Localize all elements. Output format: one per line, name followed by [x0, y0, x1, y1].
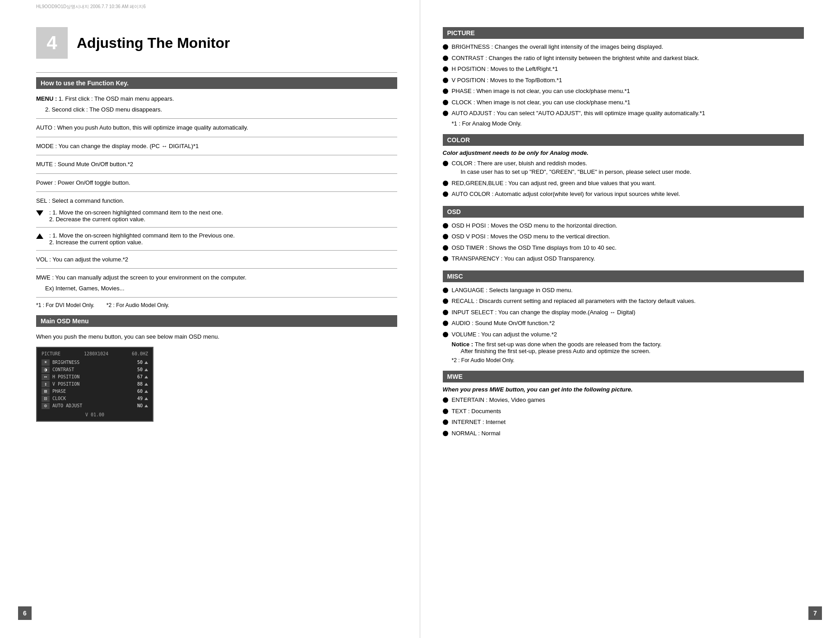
osd-brightness-arrow [144, 361, 148, 364]
osd-phase-value: 60 [131, 389, 143, 394]
misc-item-text-1: RECALL : Discards current setting and re… [452, 297, 804, 306]
mwe-subtitle: When you press MWE button, you can get i… [443, 386, 804, 393]
osd-phase-label: PHASE [52, 389, 131, 394]
mode-text: MODE : You can change the display mode. … [36, 142, 397, 151]
osd-clock-arrow [144, 397, 148, 400]
misc-item-text-0: LANGUAGE : Selects language in OSD menu. [452, 286, 804, 295]
chapter-header: 4 Adjusting The Monitor [36, 27, 397, 59]
mwe-item-1: TEXT : Documents [443, 407, 804, 416]
menu-label-text: MENU : [36, 95, 59, 102]
page-number-right: 7 [808, 606, 822, 620]
color-item-0: COLOR : There are user, bluish and reddi… [443, 159, 804, 177]
osd-item-3: TRANSPARENCY : You can adjust OSD Transp… [443, 254, 804, 263]
osd-intro-text: When you push the menu button, you can s… [36, 332, 397, 341]
osd-brightness-value: 50 [131, 360, 143, 365]
power-text: Power : Power On/Off toggle button. [36, 178, 397, 187]
sel-text: SEL : Select a command function. [36, 196, 397, 205]
menu-text1: 1. First click : The OSD main menu appea… [59, 95, 174, 102]
misc-notice-line1: Notice : The first set-up was done when … [452, 341, 804, 348]
osd-screenshot: PICTURE 1280X1024 60.0HZ ☀ BRIGHTNESS 50… [36, 347, 153, 422]
right-page: PICTURE BRIGHTNESS : Changes the overall… [420, 0, 840, 638]
color-item-text-0: COLOR : There are user, bluish and reddi… [452, 159, 804, 177]
misc-footnote: *2 : For Audio Model Only. [443, 357, 804, 363]
arrow-down-icon [36, 210, 46, 217]
chapter-number: 4 [36, 27, 68, 59]
osd-section: OSD OSD H POSI : Moves the OSD menu to t… [443, 206, 804, 263]
osd-item-text-0: OSD H POSI : Moves the OSD menu to the h… [452, 221, 804, 230]
mwe-text1: MWE : You can manually adjust the screen… [36, 273, 397, 282]
arrow-down-row: : 1. Move the on-screen highlighted comm… [36, 209, 397, 223]
bullet-dot [443, 44, 448, 50]
osd-vposition-value: 88 [131, 382, 143, 387]
arrow-down-text: : 1. Move the on-screen highlighted comm… [49, 209, 397, 223]
page-number-left: 6 [18, 606, 32, 620]
bullet-dot [443, 78, 448, 83]
osd-hposition-arrow [144, 376, 148, 378]
osd-header-res: 1280X1024 [84, 351, 108, 356]
osd-phase-icon: ⊞ [42, 388, 50, 395]
osd-items: OSD H POSI : Moves the OSD menu to the h… [443, 221, 804, 263]
arrow-up-icon [36, 233, 46, 240]
color-subtitle: Color adjustment needs to be only for An… [443, 149, 804, 156]
color-section: COLOR Color adjustment needs to be only … [443, 134, 804, 199]
color-item-text-1: RED,GREEN,BLUE : You can adjust red, gre… [452, 179, 804, 188]
mwe-item-0: ENTERTAIN : Movies, Video games [443, 396, 804, 405]
color-item-text-2: AUTO COLOR : Automatic adjust color(whit… [452, 190, 804, 199]
osd-autoadjust-arrow [144, 405, 148, 407]
osd-item-text-3: TRANSPARENCY : You can adjust OSD Transp… [452, 254, 804, 263]
mwe-item-2: INTERNET : Internet [443, 418, 804, 427]
osd-hposition-icon: ↔ [42, 374, 50, 380]
osd-row-brightness: ☀ BRIGHTNESS 50 [42, 359, 148, 366]
vol-block: VOL : You can adjust the volume.*2 [36, 255, 397, 264]
bullet-dot [443, 419, 448, 425]
picture-item-text-4: PHASE : When image is not clear, you can… [452, 87, 804, 96]
osd-contrast-icon: ◑ [42, 367, 50, 373]
osd-contrast-arrow [144, 368, 148, 371]
mwe-item-text-1: TEXT : Documents [452, 407, 804, 416]
color-section-header: COLOR [443, 134, 804, 146]
arrow-up-text2: 2. Increase the current option value. [49, 239, 397, 246]
misc-item-4: VOLUME : You can adjust the volume.*2 [443, 330, 804, 339]
left-page: HL9OOD9O1D상명시내지 2006.7.7 10:36 AM 페이지6 4… [0, 0, 420, 638]
misc-notice-line2: After finishing the first set-up, please… [452, 348, 804, 354]
bullet-dot [443, 332, 448, 337]
osd-brightness-icon: ☀ [42, 359, 50, 366]
bullet-dot [443, 298, 448, 304]
mwe-items: ENTERTAIN : Movies, Video games TEXT : D… [443, 396, 804, 438]
menu-block: MENU : 1. First click : The OSD main men… [36, 94, 397, 114]
osd-clock-value: 49 [131, 396, 143, 401]
osd-autoadjust-icon: ⊙ [42, 403, 50, 409]
misc-item-text-4: VOLUME : You can adjust the volume.*2 [452, 330, 804, 339]
arrow-up-text: : 1. Move the on-screen highlighted comm… [49, 232, 397, 246]
mwe-section: MWE When you press MWE button, you can g… [443, 371, 804, 438]
color-item-sub-0: In case user has to set up "RED", "GREEN… [452, 168, 804, 177]
power-block: Power : Power On/Off toggle button. [36, 178, 397, 187]
misc-item-1: RECALL : Discards current setting and re… [443, 297, 804, 306]
mwe-item-text-3: NORMAL : Normal [452, 429, 804, 438]
footnote1: *1 : For DVI Model Only. [36, 302, 94, 308]
menu-text2: 2. Second click : The OSD menu disappear… [36, 105, 397, 114]
misc-items: LANGUAGE : Selects language in OSD menu.… [443, 286, 804, 339]
misc-notice: Notice : The first set-up was done when … [443, 341, 804, 354]
picture-item-0: BRIGHTNESS : Changes the overall light i… [443, 42, 804, 51]
picture-item-text-1: CONTRAST : Changes the ratio of light in… [452, 54, 804, 63]
misc-section-header: MISC [443, 270, 804, 282]
notice-text1: The first set-up was done when the goods… [475, 341, 662, 348]
sel-block: SEL : Select a command function. [36, 196, 397, 205]
notice-label: Notice : [452, 341, 475, 348]
osd-row-contrast: ◑ CONTRAST 50 [42, 366, 148, 373]
color-item-1: RED,GREEN,BLUE : You can adjust red, gre… [443, 179, 804, 188]
bullet-dot [443, 223, 448, 228]
picture-item-4: PHASE : When image is not clear, you can… [443, 87, 804, 96]
arrow-down-text2: 2. Decrease the current option value. [49, 216, 397, 223]
osd-clock-label: CLOCK [52, 396, 131, 401]
osd-hposition-label: H POSITION [52, 374, 131, 379]
osd-row-autoadjust: ⊙ AUTO ADJUST NO [42, 402, 148, 410]
color-item-main-0: COLOR : There are user, bluish and reddi… [452, 159, 804, 168]
vol-text: VOL : You can adjust the volume.*2 [36, 255, 397, 264]
osd-contrast-value: 50 [131, 367, 143, 372]
section-osd-menu-header: Main OSD Menu [36, 315, 397, 327]
bullet-dot [443, 431, 448, 436]
osd-clock-icon: ⊡ [42, 396, 50, 402]
picture-item-text-3: V POSITION : Moves to the Top/Bottom.*1 [452, 76, 804, 85]
